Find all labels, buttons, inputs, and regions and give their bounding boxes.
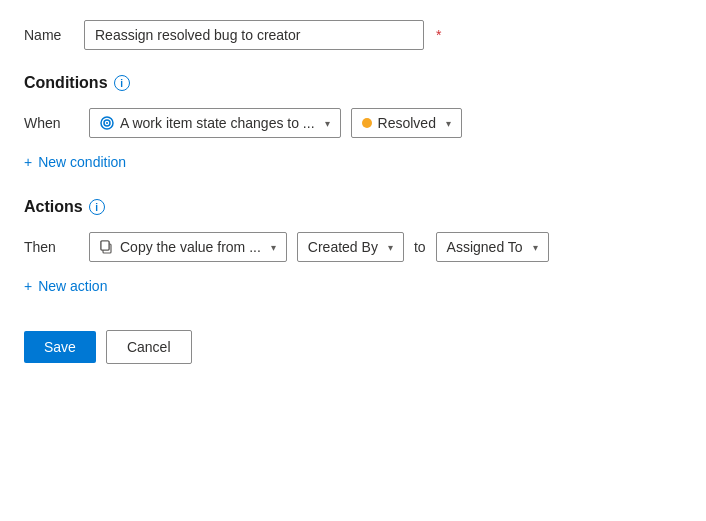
- action-from-chevron: ▾: [388, 242, 393, 253]
- target-icon: [100, 116, 114, 130]
- action-type-label: Copy the value from ...: [120, 239, 261, 255]
- conditions-info-icon[interactable]: i: [114, 75, 130, 91]
- action-row: Then Copy the value from ... ▾ Created B…: [24, 232, 682, 262]
- when-label: When: [24, 115, 79, 131]
- action-to-dropdown[interactable]: Assigned To ▾: [436, 232, 549, 262]
- save-button[interactable]: Save: [24, 331, 96, 363]
- actions-info-icon[interactable]: i: [89, 199, 105, 215]
- action-type-dropdown[interactable]: Copy the value from ... ▾: [89, 232, 287, 262]
- action-to-chevron: ▾: [533, 242, 538, 253]
- svg-rect-5: [101, 241, 109, 250]
- condition-state-chevron: ▾: [446, 118, 451, 129]
- new-action-plus-icon: +: [24, 278, 32, 294]
- new-condition-plus-icon: +: [24, 154, 32, 170]
- condition-type-chevron: ▾: [325, 118, 330, 129]
- actions-section: Actions i Then Copy the value from ... ▾…: [24, 198, 682, 298]
- required-star: *: [436, 27, 441, 43]
- name-input[interactable]: [84, 20, 424, 50]
- resolved-dot: [362, 118, 372, 128]
- name-section: Name *: [24, 20, 682, 50]
- action-type-chevron: ▾: [271, 242, 276, 253]
- cancel-button[interactable]: Cancel: [106, 330, 192, 364]
- svg-point-2: [106, 122, 108, 124]
- conditions-section: Conditions i When A work item state chan…: [24, 74, 682, 174]
- conditions-title-text: Conditions: [24, 74, 108, 92]
- condition-state-dropdown[interactable]: Resolved ▾: [351, 108, 462, 138]
- new-condition-button[interactable]: + New condition: [24, 150, 126, 174]
- condition-type-label: A work item state changes to ...: [120, 115, 315, 131]
- actions-title-text: Actions: [24, 198, 83, 216]
- condition-row: When A work item state changes to ... ▾ …: [24, 108, 682, 138]
- action-from-dropdown[interactable]: Created By ▾: [297, 232, 404, 262]
- new-action-button[interactable]: + New action: [24, 274, 107, 298]
- action-to-label: Assigned To: [447, 239, 523, 255]
- actions-title: Actions i: [24, 198, 682, 216]
- conditions-title: Conditions i: [24, 74, 682, 92]
- condition-type-dropdown[interactable]: A work item state changes to ... ▾: [89, 108, 341, 138]
- copy-icon: [100, 240, 114, 254]
- button-row: Save Cancel: [24, 330, 682, 364]
- action-from-label: Created By: [308, 239, 378, 255]
- condition-state-label: Resolved: [378, 115, 436, 131]
- then-label: Then: [24, 239, 79, 255]
- name-label: Name: [24, 27, 74, 43]
- new-action-label: New action: [38, 278, 107, 294]
- new-condition-label: New condition: [38, 154, 126, 170]
- to-text: to: [414, 239, 426, 255]
